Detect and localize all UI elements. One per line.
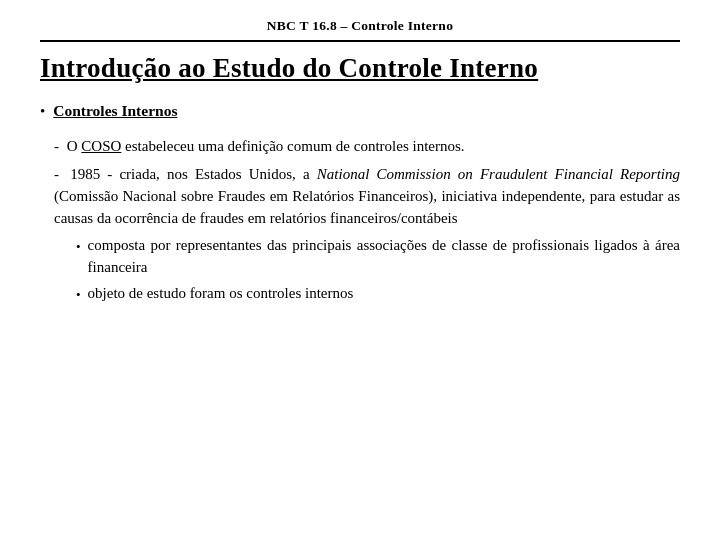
sub-items-container: - O COSO estabeleceu uma definição comum… <box>54 136 680 308</box>
content-section: • Controles Internos - O COSO estabelece… <box>40 102 680 308</box>
italic-commission: National Commission on Fraudulent Financ… <box>317 166 680 182</box>
sub-item-coso-text-after: estabeleceu uma definição comum de contr… <box>121 138 464 154</box>
header-title: NBC T 16.8 – Controle Interno <box>40 18 680 34</box>
nested-bullet-dot-1-icon: • <box>76 238 81 257</box>
nested-bullet-2-text: objeto de estudo foram os controles inte… <box>88 283 354 305</box>
dash-icon-2: - <box>54 166 59 182</box>
header-divider <box>40 40 680 42</box>
page: NBC T 16.8 – Controle Interno Introdução… <box>0 0 720 540</box>
nested-bullet-2: • objeto de estudo foram os controles in… <box>76 283 680 305</box>
sub-item-coso-text-before: O <box>67 138 82 154</box>
sub-item-1985: - 1985 - criada, nos Estados Unidos, a N… <box>54 164 680 229</box>
main-title: Introdução ao Estudo do Controle Interno <box>40 52 680 84</box>
bullet-controles-label: Controles Internos <box>53 102 177 120</box>
sub-item-1985-text: 1985 - criada, nos Estados Unidos, a Nat… <box>54 166 680 226</box>
coso-link[interactable]: COSO <box>81 138 121 154</box>
nested-bullet-1-text: composta por representantes das principa… <box>88 235 680 279</box>
nested-bullets-container: • composta por representantes das princi… <box>76 235 680 304</box>
nested-bullet-1: • composta por representantes das princi… <box>76 235 680 279</box>
nested-bullet-dot-2-icon: • <box>76 286 81 305</box>
bullet-controles-internos: • Controles Internos <box>40 102 680 120</box>
sub-item-coso: - O COSO estabeleceu uma definição comum… <box>54 136 680 158</box>
dash-icon-1: - <box>54 138 59 154</box>
bullet-dot-icon: • <box>40 103 45 120</box>
